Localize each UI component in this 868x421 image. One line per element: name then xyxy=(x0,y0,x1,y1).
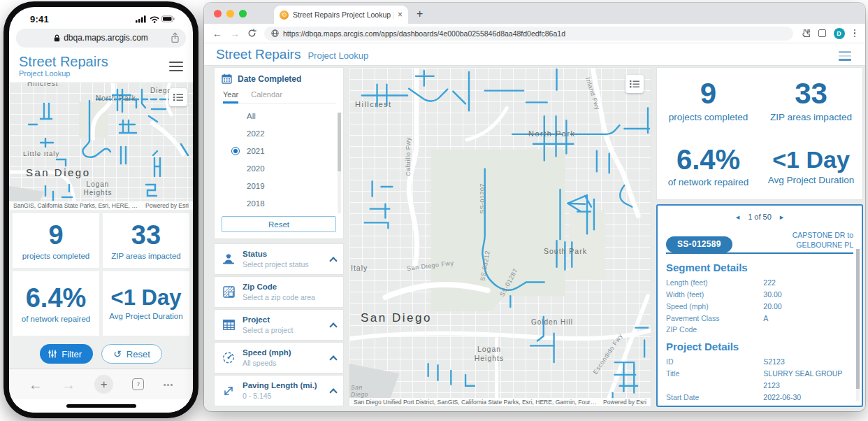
date-completed-title: Date Completed xyxy=(238,74,301,84)
segment-id-badge: SS-012589 xyxy=(666,236,732,252)
table-icon xyxy=(222,320,236,330)
forward-button[interactable]: → xyxy=(230,29,240,38)
filter-button[interactable]: Filter xyxy=(40,344,93,364)
pager-position: 1 of 50 xyxy=(748,213,772,221)
stat-avg-duration: <1 Day Avg Project Duration xyxy=(760,134,862,199)
stat-zip-areas: 33 ZIP areas impacted xyxy=(103,213,189,268)
browser-menu-button[interactable] xyxy=(853,28,858,39)
wifi-icon xyxy=(151,17,159,20)
detail-content[interactable]: Segment Details Length (feet)222 Width (… xyxy=(666,254,853,400)
dashboard-map[interactable]: Hillcrest North Park Inland Fwy Cabrillo… xyxy=(349,67,651,407)
status-icons xyxy=(136,15,175,23)
extensions-puzzle-icon[interactable] xyxy=(801,29,811,38)
stat-label: ZIP areas impacted xyxy=(770,112,852,122)
reload-button[interactable] xyxy=(247,29,256,38)
battery-icon xyxy=(162,16,175,22)
undo-icon: ↺ xyxy=(113,348,122,359)
home-indicator[interactable] xyxy=(66,404,136,408)
dashboard-body: Date Completed Year Calendar All 2022 20… xyxy=(204,66,865,411)
filter-section-status[interactable]: Status Select project status xyxy=(214,243,344,275)
filter-section-speed[interactable]: Speed (mph) All speeds xyxy=(214,342,344,373)
reset-button-label: Reset xyxy=(126,349,150,359)
maximize-window-button[interactable] xyxy=(239,10,247,17)
detail-scrollbar[interactable] xyxy=(856,249,860,401)
tabs-button[interactable]: 7 xyxy=(132,378,144,390)
phone-map[interactable]: Hillcrest Diego North Park Little Italy … xyxy=(9,83,193,210)
tab-year[interactable]: Year xyxy=(223,90,238,104)
back-button[interactable]: ← xyxy=(29,378,43,392)
new-tab-button[interactable]: + xyxy=(417,8,423,20)
url-omnibox[interactable]: https://dbqa.maps.arcgis.com/apps/dashbo… xyxy=(264,27,793,41)
window-controls xyxy=(214,10,247,17)
dashboard-menu-button[interactable] xyxy=(839,51,851,61)
filter-section-project[interactable]: Project Select a project xyxy=(214,309,344,341)
tab-search-icon[interactable] xyxy=(818,29,826,37)
phone-app-header: Street Repairs Project Lookup xyxy=(9,50,193,83)
chevron-up-icon xyxy=(329,355,337,363)
new-tab-button[interactable]: + xyxy=(94,375,113,394)
date-reset-button[interactable]: Reset xyxy=(222,216,336,232)
phone-menu-button[interactable] xyxy=(169,62,183,71)
year-option-all[interactable]: All xyxy=(222,107,336,124)
pager-next-button[interactable]: ▸ xyxy=(780,213,784,222)
cellular-signal-icon xyxy=(136,15,146,22)
year-option-2019[interactable]: 2019 xyxy=(222,177,336,194)
stat-label: projects completed xyxy=(669,112,748,122)
phone-browser-toolbar: ← → + 7 ••• xyxy=(9,369,193,399)
segment-id-row: SS-012589 CAPSTONE DR to GELBOURNE PL xyxy=(666,231,853,254)
profile-avatar[interactable]: D xyxy=(834,28,845,39)
phone-address-row: dbqa.maps.arcgis.com xyxy=(9,27,193,50)
filter-section-paving-length[interactable]: Paving Length (mi.) 0 - 5.145 xyxy=(214,375,344,406)
stat-value: 6.4% xyxy=(26,285,87,311)
phone-stats-grid: 9 projects completed 33 ZIP areas impact… xyxy=(9,210,193,339)
close-window-button[interactable] xyxy=(214,10,222,17)
year-option-2020[interactable]: 2020 xyxy=(222,159,336,177)
share-icon[interactable] xyxy=(171,32,180,43)
dashboard-subtitle: Project Lookup xyxy=(308,50,368,61)
powered-by-esri: Powered by Esri xyxy=(598,399,646,406)
browser-tab[interactable]: Street Repairs Project Lookup | × xyxy=(274,6,408,24)
more-button[interactable]: ••• xyxy=(164,380,174,389)
stats-card: 9 projects completed 33 ZIP areas impact… xyxy=(656,67,863,200)
detail-row: Width (feet)30.00 xyxy=(666,289,853,301)
segment-range: CAPSTONE DR to GELBOURNE PL xyxy=(757,231,853,252)
map-attribution: SanGIS, California State Parks, Esri, HE… xyxy=(9,201,193,210)
phone-address-bar[interactable]: dbqa.maps.arcgis.com xyxy=(16,29,186,48)
attribution-text: San Diego Unified Port District, SanGIS,… xyxy=(354,399,598,406)
year-option-2018[interactable]: 2018 xyxy=(222,194,336,212)
stat-label: of network repaired xyxy=(22,315,90,323)
filter-section-zipcode[interactable]: Zip Code Select a zip code area xyxy=(214,276,344,308)
legend-button[interactable] xyxy=(169,88,187,106)
filter-title: Zip Code xyxy=(243,283,336,292)
detail-row: TitleSLURRY SEAL GROUP 2123 xyxy=(666,368,853,392)
detail-row: IDS2123 xyxy=(666,356,853,368)
scrollbar-thumb[interactable] xyxy=(338,113,341,171)
stat-value: <1 Day xyxy=(111,287,182,308)
dashboard-header: Street Repairs Project Lookup xyxy=(204,43,865,66)
minimize-window-button[interactable] xyxy=(226,10,234,17)
phone-reset-button[interactable]: ↺ Reset xyxy=(101,344,162,364)
stat-label: of network repaired xyxy=(668,177,749,187)
filter-button-label: Filter xyxy=(62,349,82,359)
chevron-up-icon xyxy=(329,322,337,330)
legend-button[interactable] xyxy=(625,75,644,93)
filter-title: Project xyxy=(243,315,324,325)
stat-projects-completed: 9 projects completed xyxy=(657,68,760,134)
detail-row: Pavement ClassA xyxy=(666,313,853,324)
forward-button[interactable]: → xyxy=(62,378,75,392)
powered-by-esri: Powered by Esri xyxy=(140,202,189,209)
back-button[interactable]: ← xyxy=(212,29,222,38)
legend-icon xyxy=(630,80,639,88)
stat-projects-completed: 9 projects completed xyxy=(13,213,99,268)
year-option-2022[interactable]: 2022 xyxy=(222,124,336,142)
detail-row: Start Date2022-06-30 xyxy=(666,392,853,400)
tab-calendar[interactable]: Calendar xyxy=(251,90,282,104)
stat-value: 9 xyxy=(48,222,63,248)
year-option-list: All 2022 2021 2020 2019 2018 xyxy=(222,107,336,216)
year-option-2021-selected[interactable]: 2021 xyxy=(222,142,336,159)
pager-prev-button[interactable]: ◂ xyxy=(736,213,740,222)
year-list-scrollbar[interactable] xyxy=(338,113,341,213)
tab-close-button[interactable]: × xyxy=(398,10,403,20)
scrollbar-thumb[interactable] xyxy=(856,249,860,389)
sliders-icon xyxy=(48,350,57,358)
